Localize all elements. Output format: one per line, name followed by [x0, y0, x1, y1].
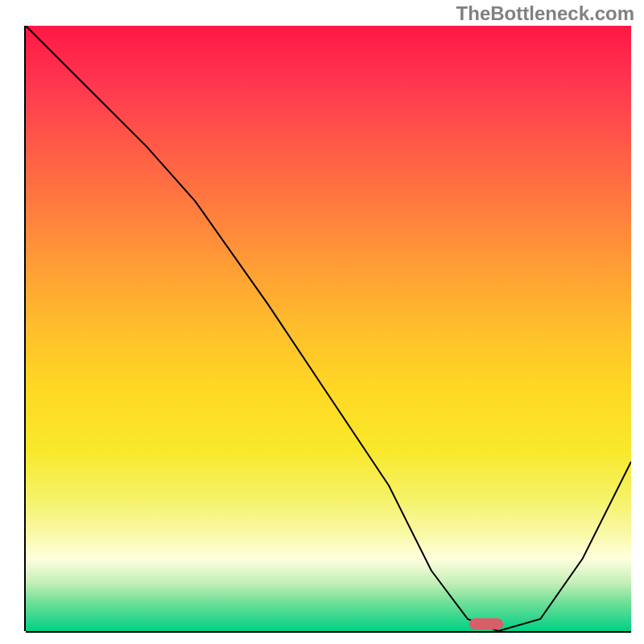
- bottleneck-curve: [26, 26, 631, 631]
- y-axis: [24, 26, 26, 631]
- watermark-text: TheBottleneck.com: [456, 2, 634, 25]
- x-axis: [26, 631, 631, 633]
- optimal-marker: [469, 618, 503, 630]
- plot-area: [26, 26, 631, 631]
- chart-container: TheBottleneck.com: [0, 0, 644, 644]
